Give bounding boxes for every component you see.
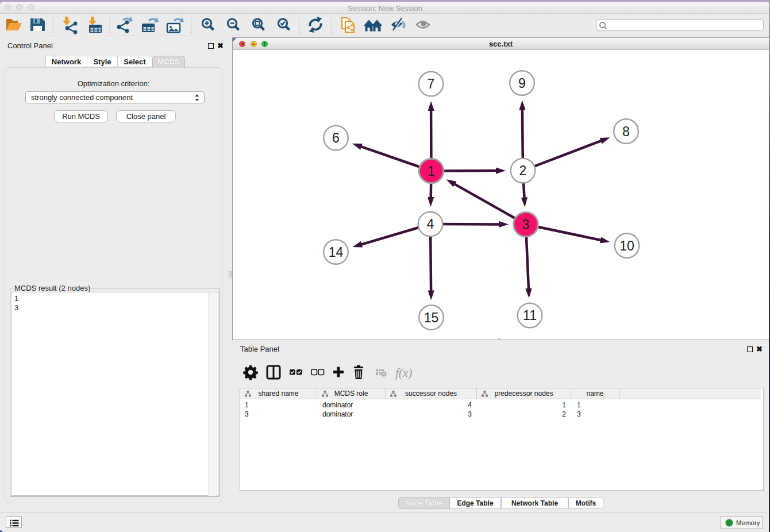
svg-text:15: 15 xyxy=(424,310,439,325)
svg-text:11: 11 xyxy=(523,308,537,323)
svg-text:10: 10 xyxy=(619,238,634,253)
svg-text:6: 6 xyxy=(332,130,340,145)
svg-text:1: 1 xyxy=(428,164,435,179)
svg-text:3: 3 xyxy=(522,217,530,232)
svg-text:8: 8 xyxy=(622,124,630,139)
svg-text:4: 4 xyxy=(427,217,434,232)
svg-text:14: 14 xyxy=(329,245,344,260)
svg-text:9: 9 xyxy=(518,76,526,91)
svg-text:f(x): f(x) xyxy=(395,366,412,380)
svg-text:7: 7 xyxy=(428,76,435,91)
svg-text:2: 2 xyxy=(519,163,527,178)
